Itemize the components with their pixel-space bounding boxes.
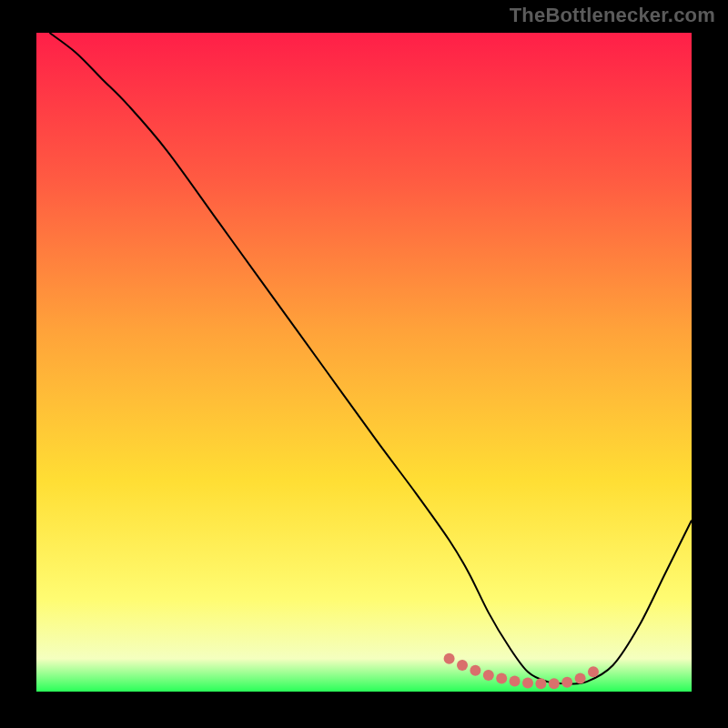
highlight-dot — [470, 665, 480, 676]
highlight-dot — [588, 666, 599, 677]
highlight-dot — [483, 670, 494, 681]
bottleneck-chart — [36, 33, 692, 692]
highlight-dot — [444, 653, 455, 664]
highlight-dot — [549, 678, 560, 689]
highlight-dot — [535, 678, 546, 689]
chart-frame: TheBottlenecker.com — [0, 0, 728, 728]
highlight-dot — [575, 673, 586, 684]
highlight-dot — [496, 673, 507, 684]
highlight-dot — [457, 660, 468, 671]
highlight-dot — [561, 677, 572, 688]
attribution-label: TheBottlenecker.com — [510, 4, 715, 27]
highlight-dot — [510, 675, 521, 686]
highlight-dot — [522, 678, 533, 689]
gradient-background — [36, 33, 692, 692]
plot-area — [36, 33, 692, 692]
